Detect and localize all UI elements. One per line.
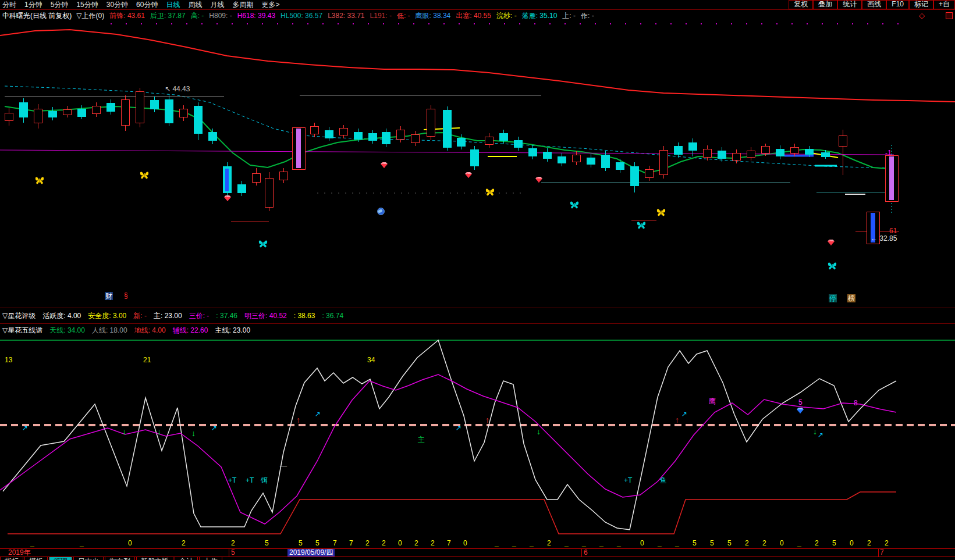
toolbar-button-标记[interactable]: 标记 [909,0,933,9]
toolbar-button-统计[interactable]: 统计 [837,0,862,9]
candle [106,99,115,115]
bottom-tab-日内火[interactable]: 日内火 [73,557,104,560]
candle [194,102,202,140]
chart-label: ↓ [157,428,161,436]
date-tick-label: 6 [584,549,588,557]
period-menu-item-分时[interactable]: 分时 [2,1,16,9]
fiveline-row-title[interactable]: ▽星花五线谱 [2,326,42,336]
signal-number: _ [80,539,84,547]
candle [543,148,551,162]
candle [703,145,711,160]
chart-label: ← 32.85 [871,235,897,242]
signal-number: 2 [414,539,418,547]
candle [659,146,668,179]
period-menu-item-周线[interactable]: 周线 [188,1,202,9]
period-menu-item-多周期[interactable]: 多周期 [232,1,253,9]
toolbar-button-画线[interactable]: 画线 [862,0,886,9]
indicator-values: 前锋: 43.61后卫: 37.87高: -H809: -H618: 39.43… [104,11,594,21]
candle [528,145,537,159]
toolbar-button-F10[interactable]: F10 [886,0,909,9]
indicator-field: L382: 33.71 [328,12,364,20]
signal-number: 2 [231,539,235,547]
candle [718,147,726,162]
signal-number: 0 [128,539,132,547]
period-menu-item-30分钟[interactable]: 30分钟 [106,1,128,9]
indicator-group-toggle[interactable]: ▽上作(0) [76,11,104,21]
year-label: 2019年 [8,549,31,557]
candle [5,108,13,126]
bottom-tab-御右列[interactable]: 御右列 [105,557,135,560]
candle [121,95,129,131]
chart-label: 21 [143,356,151,364]
chart-label: ↖ 44.43 [165,85,190,93]
indicator-field: 主线: 23.00 [215,326,250,334]
signal-number: 7 [349,539,353,547]
bottom-tab-上作[interactable]: 上作 [199,557,222,560]
period-menu-item-1分钟[interactable]: 1分钟 [24,1,42,9]
bottom-tab-指标[interactable]: 指标 [0,557,23,560]
candle [443,106,451,151]
candle [310,123,318,137]
signal-number: 2 [885,539,889,547]
date-tick-label: 7 [880,549,884,557]
candle [885,155,898,201]
indicator-field: 明三价: 40.52 [244,312,287,320]
period-menu-item-月线[interactable]: 月线 [210,1,224,9]
period-menu-item-60分钟[interactable]: 60分钟 [136,1,158,9]
indicator-field: : 37.46 [216,312,237,320]
bottom-tabs: 指标模板管理日内火御右列新股文版合计上作 [0,557,955,560]
candle [237,181,246,196]
chart-label: +T [624,477,632,484]
candle [790,144,798,156]
chart-label: 5 [798,399,803,406]
bottom-tab-模板[interactable]: 模板 [24,557,48,560]
candle [732,149,740,163]
indicator-field: L191: - [370,12,392,20]
candle [92,102,100,117]
bottom-tab-合计[interactable]: 合计 [175,557,198,560]
toolbar-button-+自[interactable]: +自 [933,0,955,9]
indicator-field: H618: 39.43 [237,12,275,20]
signal-number: 2 [745,539,749,547]
chart-label: 停 [829,294,837,302]
fiveline-indicator-row: ▽星花五线谱 天线: 34.00人线: 18.00地线: 4.00辅线: 22.… [0,323,955,337]
candle [587,154,595,167]
candle [470,146,478,170]
toolbar-button-叠加[interactable]: 叠加 [813,0,837,9]
signal-number: _ [599,539,603,547]
period-menu-item-日线[interactable]: 日线 [166,1,180,9]
chart-label: 饵 [261,477,268,484]
chart-label: +T [228,477,236,484]
candle [279,168,287,183]
signal-number: _ [512,539,516,547]
red-box-icon[interactable] [946,12,953,19]
oscillator-chart[interactable]: 132134主鹰58+T+T饵+T鱼—↓↓↓↓↓↑↑↑↗↗↗↗↗↗ [0,337,955,538]
candle [411,131,419,146]
rating-row-title[interactable]: ▽星花评级 [2,311,35,321]
signal-number: 0 [463,539,467,547]
toolbar-button-复权[interactable]: 复权 [789,0,813,9]
period-menu-item-15分钟[interactable]: 15分钟 [76,1,98,9]
signal-number: 5 [299,539,303,547]
chart-label: ↗ [211,425,217,432]
diamond-icon[interactable]: ◇ [919,11,925,20]
period-menu-item-更多>[interactable]: 更多> [261,1,279,9]
indicator-info-bar: 中科曙光(日线 前复权) ▽上作(0) 前锋: 43.61后卫: 37.87高:… [0,10,955,22]
bottom-tab-管理[interactable]: 管理 [49,557,72,560]
chart-label: ↑ [485,416,489,424]
period-menu-item-5分钟[interactable]: 5分钟 [51,1,69,9]
signal-number: 5 [710,539,714,547]
signal-numbers-row: __022555772202270___2____0__555220_25022 [0,538,955,548]
signal-number: _ [582,539,586,547]
chart-label: 8 [854,400,858,407]
chart-label: 34 [367,356,375,364]
candle [325,127,333,141]
indicator-field: 落雁: 35.10 [522,12,558,20]
signal-number: 2 [547,539,551,547]
bottom-tab-新股文版[interactable]: 新股文版 [136,557,173,560]
line-floor-red [8,492,896,534]
candlestick-chart[interactable]: ↖ 44.43-161← 32.85财§停榜 [0,22,955,308]
indicator-field: : 36.74 [322,312,343,320]
date-axis-row[interactable]: 2019年 2019/05/09/四 567 [0,548,955,557]
chart-canvas [0,22,955,308]
